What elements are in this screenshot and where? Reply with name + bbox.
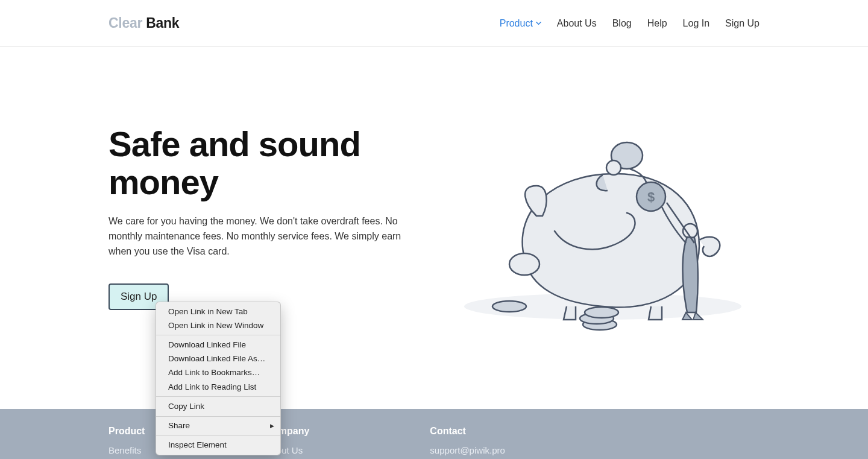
- ctx-separator: [156, 435, 280, 436]
- nav-signup[interactable]: Sign Up: [725, 18, 760, 29]
- logo-part-bank: Bank: [142, 15, 179, 31]
- ctx-download-linked-file-as[interactable]: Download Linked File As…: [156, 352, 280, 366]
- primary-nav: Product About Us Blog Help Log In Sign U…: [500, 18, 760, 29]
- nav-about[interactable]: About Us: [557, 18, 597, 29]
- site-footer: Product Benefits Company About Us Contac…: [0, 409, 868, 459]
- logo-part-clear: Clear: [108, 15, 142, 31]
- chevron-down-icon: [536, 21, 541, 26]
- nav-login[interactable]: Log In: [683, 18, 709, 29]
- brand-logo: Clear Bank: [108, 15, 179, 31]
- svg-point-3: [606, 160, 621, 175]
- hero-section: Safe and sound money We care for you hav…: [0, 47, 868, 337]
- ctx-inspect-element[interactable]: Inspect Element: [156, 438, 280, 452]
- svg-point-7: [492, 301, 526, 312]
- ctx-separator: [156, 335, 280, 335]
- footer-link-support-email[interactable]: support@piwik.pro: [430, 445, 505, 455]
- nav-product[interactable]: Product: [500, 18, 541, 29]
- svg-text:$: $: [647, 189, 655, 204]
- ctx-add-reading-list[interactable]: Add Link to Reading List: [156, 380, 280, 394]
- ctx-copy-link[interactable]: Copy Link: [156, 399, 280, 413]
- site-header: Clear Bank Product About Us Blog Help Lo…: [0, 0, 868, 47]
- footer-heading-product: Product: [108, 426, 145, 437]
- nav-blog[interactable]: Blog: [612, 18, 632, 29]
- ctx-separator: [156, 396, 280, 397]
- hero-title: Safe and sound money: [108, 125, 422, 201]
- ctx-add-bookmarks[interactable]: Add Link to Bookmarks…: [156, 366, 280, 380]
- hero-description: We care for you having the money. We don…: [108, 214, 410, 259]
- ctx-separator: [156, 416, 280, 417]
- svg-point-1: [509, 253, 539, 275]
- nav-product-label: Product: [500, 18, 533, 29]
- footer-link-benefits[interactable]: Benefits: [108, 445, 145, 455]
- svg-point-10: [585, 307, 618, 318]
- context-menu: Open Link in New Tab Open Link in New Wi…: [156, 302, 281, 455]
- ctx-open-new-tab[interactable]: Open Link in New Tab: [156, 305, 280, 318]
- footer-col-product: Product Benefits: [108, 426, 145, 459]
- ctx-share[interactable]: Share: [156, 419, 280, 433]
- hero-illustration: $: [446, 125, 760, 337]
- footer-col-contact: Contact support@piwik.pro: [430, 426, 505, 459]
- hero-text: Safe and sound money We care for you hav…: [108, 125, 422, 310]
- nav-help[interactable]: Help: [647, 18, 667, 29]
- footer-heading-contact: Contact: [430, 426, 505, 437]
- ctx-open-new-window[interactable]: Open Link in New Window: [156, 318, 280, 332]
- ctx-download-linked-file[interactable]: Download Linked File: [156, 338, 280, 352]
